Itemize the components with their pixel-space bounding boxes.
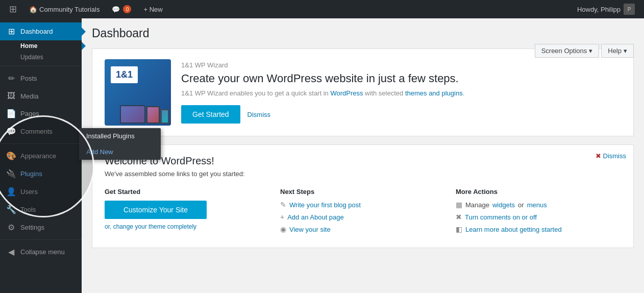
wizard-logo-text: 1&1 [111, 66, 138, 83]
screen-options-button[interactable]: Screen Options ▾ [535, 44, 600, 58]
top-buttons: Screen Options ▾ Help ▾ [535, 44, 634, 58]
sidebar-item-comments[interactable]: 💬 Comments [0, 123, 82, 140]
plugin-submenu-popup: Installed Plugins Add New [79, 128, 161, 160]
more-action-2: ✖ Turn comments on or off [456, 213, 621, 221]
help-button[interactable]: Help ▾ [601, 44, 634, 58]
welcome-col-more-actions: More Actions ▦ Manage widgets or menus ✖ [456, 188, 621, 237]
wizard-devices [120, 105, 169, 124]
wp-logo-icon: ⊞ [9, 4, 17, 15]
comments-bar-item[interactable]: 💬 0 [107, 0, 136, 18]
plugins-label: Plugins [20, 170, 42, 178]
add-page-icon: + [280, 213, 284, 221]
sidebar-item-posts[interactable]: ✏ Posts [0, 69, 82, 87]
collapse-label: Collapse menu [20, 248, 65, 256]
tools-icon: 🔧 [6, 205, 16, 214]
view-site-link[interactable]: View your site [289, 226, 331, 233]
home-label: Home [20, 42, 37, 50]
wizard-desc-link2[interactable]: themes and plugins [405, 89, 463, 97]
dashboard-icon: ⊞ [6, 27, 16, 36]
sidebar-item-dashboard[interactable]: ⊞ Dashboard [0, 22, 82, 40]
manage-icon: ▦ [456, 201, 462, 209]
help-label: Help [608, 47, 622, 55]
users-icon: 👤 [6, 187, 16, 197]
user-menu[interactable]: Howdy, Philipp P [572, 4, 640, 15]
site-home-icon: 🏠 [29, 6, 37, 13]
new-item-bar[interactable]: + New [138, 0, 167, 18]
howdy-label: Howdy, Philipp [577, 6, 621, 13]
wizard-content: 1&1 WP Wizard Create your own WordPress … [181, 61, 621, 124]
device-tablet [146, 106, 160, 124]
learn-more-icon: ◧ [456, 225, 462, 233]
sidebar-item-label: Dashboard [20, 28, 53, 35]
customize-site-button[interactable]: Customize Your Site [105, 201, 207, 219]
add-about-link[interactable]: Add an About page [287, 213, 344, 221]
wizard-dismiss-button[interactable]: Dismiss [247, 111, 271, 118]
write-post-link[interactable]: Write your first blog post [289, 201, 361, 209]
welcome-dismiss-label: Dismiss [603, 152, 627, 160]
welcome-col-get-started: Get Started Customize Your Site or, chan… [105, 188, 270, 237]
sidebar-item-tools[interactable]: 🔧 Tools [0, 201, 82, 218]
next-step-3: ◉ View your site [280, 225, 445, 233]
sidebar-item-collapse[interactable]: ◀ Collapse menu [0, 243, 82, 261]
get-started-button[interactable]: Get Started [181, 105, 240, 124]
main-content: Screen Options ▾ Help ▾ Dashboard 1&1 [82, 18, 644, 293]
collapse-icon: ◀ [6, 247, 16, 257]
learn-more-link[interactable]: Learn more about getting started [465, 226, 562, 233]
plugin-installed-item[interactable]: Installed Plugins [79, 128, 161, 144]
wizard-desc-link1[interactable]: WordPress [330, 89, 363, 97]
wizard-card: 1&1 [92, 48, 634, 136]
settings-label: Settings [20, 224, 44, 231]
wp-logo[interactable]: ⊞ [4, 0, 22, 18]
wizard-actions: Get Started Dismiss [181, 105, 621, 124]
comments-sidebar-icon: 💬 [6, 127, 16, 136]
sidebar-item-home[interactable]: Home [0, 40, 82, 52]
change-theme-link[interactable]: or, change your theme completely [105, 223, 270, 230]
settings-icon: ⚙ [6, 223, 16, 232]
site-name-bar[interactable]: 🏠 Community Tutorials [24, 0, 105, 18]
help-chevron: ▾ [624, 47, 627, 55]
comments-icon: 💬 [112, 6, 120, 13]
plugin-addnew-item[interactable]: Add New [79, 144, 161, 160]
sidebar-item-pages[interactable]: 📄 Pages [0, 105, 82, 123]
welcome-headline: Welcome to WordPress! [105, 155, 621, 167]
comments-toggle-icon: ✖ [456, 213, 462, 221]
pages-icon: 📄 [6, 109, 16, 118]
dismiss-x-icon: ✖ [596, 152, 601, 160]
appearance-icon: 🎨 [6, 151, 16, 161]
menu-separator-3 [0, 239, 82, 240]
users-label: Users [20, 188, 38, 196]
page-wrap: Dashboard 1&1 [92, 27, 634, 248]
updates-label: Updates [20, 54, 43, 61]
wizard-headline: Create your own WordPress website in jus… [181, 72, 621, 85]
wizard-title: 1&1 WP Wizard [181, 61, 621, 69]
screen-options-label: Screen Options [541, 47, 587, 55]
welcome-dismiss-button[interactable]: ✖ Dismiss [596, 152, 627, 160]
sidebar-item-appearance[interactable]: 🎨 Appearance [0, 147, 82, 165]
sidebar-item-settings[interactable]: ⚙ Settings [0, 218, 82, 236]
sidebar-item-users[interactable]: 👤 Users [0, 183, 82, 201]
comments-sidebar-label: Comments [20, 128, 53, 135]
screen-options-chevron: ▾ [589, 47, 592, 55]
more-actions-list: ▦ Manage widgets or menus ✖ Turn comment… [456, 201, 621, 233]
device-monitor [120, 105, 145, 124]
sidebar-item-media[interactable]: 🖼 Media [0, 87, 82, 105]
sidebar-item-plugins[interactable]: 🔌 Plugins [0, 165, 82, 183]
widgets-link[interactable]: widgets [492, 201, 515, 209]
menus-link[interactable]: menus [527, 201, 547, 209]
welcome-col-next-steps: Next Steps ✎ Write your first blog post … [280, 188, 445, 237]
plugins-icon: 🔌 [6, 169, 16, 179]
sidebar-item-updates[interactable]: Updates [0, 52, 82, 63]
new-label: + New [143, 6, 162, 13]
menu-separator-1 [0, 66, 82, 66]
tools-label: Tools [20, 206, 36, 213]
welcome-panel: ✖ Dismiss Welcome to WordPress! We've as… [92, 144, 634, 248]
comments-toggle-link[interactable]: Turn comments on or off [465, 213, 537, 221]
media-label: Media [20, 92, 38, 100]
plugin-installed-label: Installed Plugins [86, 132, 135, 140]
menu-separator-2 [0, 143, 82, 144]
next-step-2: + Add an About page [280, 213, 445, 221]
sidebar: ⊞ Dashboard Home Updates ✏ Posts 🖼 Media… [0, 18, 82, 293]
welcome-subtext: We've assembled some links to get you st… [105, 170, 621, 178]
wizard-image: 1&1 [105, 59, 171, 126]
posts-label: Posts [20, 75, 37, 82]
